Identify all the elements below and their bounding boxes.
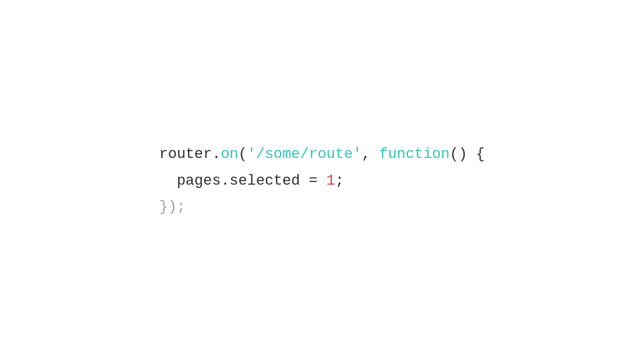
code-token-pages: pages (177, 168, 221, 195)
code-token-equals: = (300, 168, 327, 195)
code-token-dot1: . (212, 141, 221, 168)
code-token-closing: }); (159, 194, 186, 221)
code-token-on: on (221, 141, 238, 168)
code-line-3: }); (159, 194, 485, 221)
code-token-router: router (159, 141, 212, 168)
code-token-function: function (379, 141, 450, 168)
code-line-1: router.on('/some/route', function() { (159, 141, 485, 168)
code-token-paren-open: ( (239, 141, 247, 168)
code-token-route-string: '/some/route' (247, 141, 362, 168)
code-token-value-1: 1 (327, 168, 335, 195)
code-token-func-parens: () { (449, 141, 485, 168)
code-token-semicolon1: ; (335, 168, 344, 195)
code-token-selected: selected (229, 168, 300, 195)
code-token-dot2: . (221, 168, 229, 195)
code-line-2: pages.selected = 1; (159, 168, 485, 195)
code-indent (159, 168, 177, 195)
code-token-comma: , (361, 141, 379, 168)
code-block: router.on('/some/route', function() { pa… (133, 128, 512, 234)
